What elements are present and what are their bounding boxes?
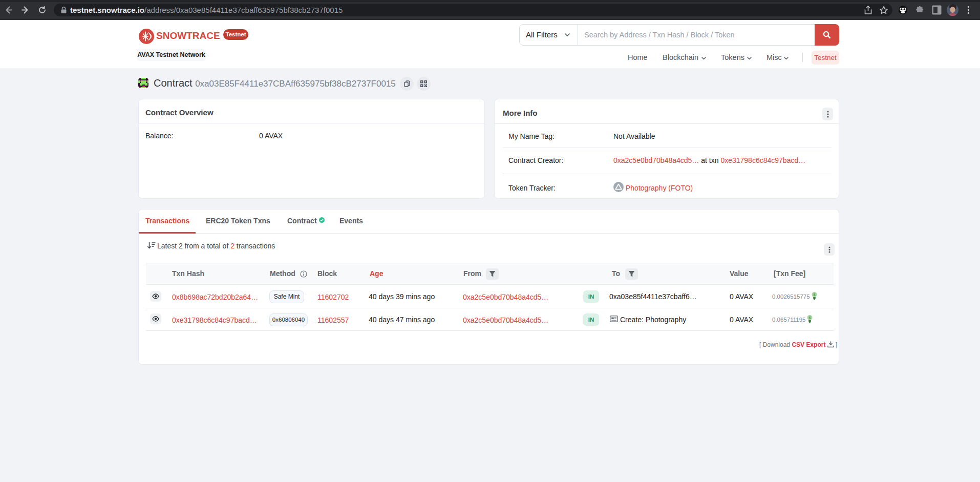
svg-text:$: $ xyxy=(814,293,816,297)
svg-text:$: $ xyxy=(809,316,811,320)
